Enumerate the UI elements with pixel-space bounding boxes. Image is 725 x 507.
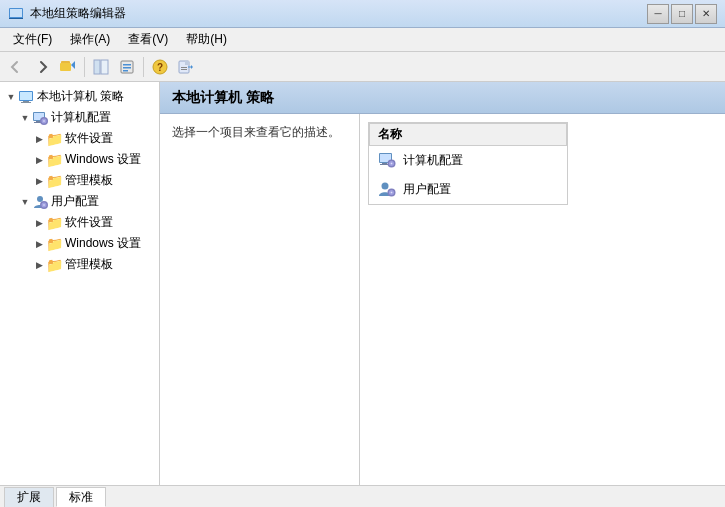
help-button[interactable]: ? xyxy=(148,55,172,79)
items-container: 名称 xyxy=(368,122,568,205)
separator-1 xyxy=(84,57,85,77)
list-item-user-icon xyxy=(377,179,397,199)
svg-rect-6 xyxy=(101,60,108,74)
user-config-expander[interactable]: ▼ xyxy=(18,195,32,209)
list-item-computer-label: 计算机配置 xyxy=(403,152,463,169)
tree-admin-templates-2[interactable]: ▶ 📁 管理模板 xyxy=(0,254,159,275)
svg-rect-2 xyxy=(9,18,23,19)
list-item-computer-icon xyxy=(377,150,397,170)
tree-software-settings-1[interactable]: ▶ 📁 软件设置 xyxy=(0,128,159,149)
minimize-button[interactable]: ─ xyxy=(647,4,669,24)
computer-config-expander[interactable]: ▼ xyxy=(18,111,32,125)
tab-standard[interactable]: 标准 xyxy=(56,487,106,507)
svg-rect-14 xyxy=(181,67,187,68)
user-config-icon xyxy=(32,194,48,210)
svg-rect-9 xyxy=(123,67,131,69)
window-title: 本地组策略编辑器 xyxy=(30,5,647,22)
list-item-user-label: 用户配置 xyxy=(403,181,451,198)
tree-computer-config[interactable]: ▼ 计算机配置 xyxy=(0,107,159,128)
forward-button[interactable] xyxy=(30,55,54,79)
menu-bar: 文件(F) 操作(A) 查看(V) 帮助(H) xyxy=(0,28,725,52)
menu-view[interactable]: 查看(V) xyxy=(119,28,177,51)
computer-config-label: 计算机配置 xyxy=(51,109,111,126)
bottom-tabs: 扩展 标准 xyxy=(0,485,725,507)
at2-expander[interactable]: ▶ xyxy=(32,258,46,272)
tab-expand[interactable]: 扩展 xyxy=(4,487,54,507)
tree-user-config[interactable]: ▼ 用户配置 xyxy=(0,191,159,212)
items-panel: 名称 xyxy=(360,114,725,485)
title-bar: 本地组策略编辑器 ─ □ ✕ xyxy=(0,0,725,28)
svg-rect-5 xyxy=(94,60,100,74)
root-expander[interactable]: ▼ xyxy=(4,90,18,104)
svg-point-27 xyxy=(37,196,43,202)
toolbar: ? xyxy=(0,52,725,82)
folder-icon-6: 📁 xyxy=(46,257,62,273)
svg-rect-20 xyxy=(21,102,31,103)
ss2-expander[interactable]: ▶ xyxy=(32,216,46,230)
folder-icon-1: 📁 xyxy=(46,131,62,147)
folder-icon-3: 📁 xyxy=(46,173,62,189)
show-hide-button[interactable] xyxy=(89,55,113,79)
svg-rect-16 xyxy=(188,66,191,67)
admin-templates-2-label: 管理模板 xyxy=(65,256,113,273)
close-button[interactable]: ✕ xyxy=(695,4,717,24)
svg-rect-15 xyxy=(181,69,187,70)
tree-panel: ▼ 本地计算机 策略 ▼ xyxy=(0,82,160,485)
separator-2 xyxy=(143,57,144,77)
root-computer-icon xyxy=(18,89,34,105)
right-header: 本地计算机 策略 xyxy=(160,82,725,114)
up-button[interactable] xyxy=(56,55,80,79)
admin-templates-1-label: 管理模板 xyxy=(65,172,113,189)
ws2-expander[interactable]: ▶ xyxy=(32,237,46,251)
tree-root[interactable]: ▼ 本地计算机 策略 xyxy=(0,86,159,107)
menu-action[interactable]: 操作(A) xyxy=(61,28,119,51)
svg-rect-8 xyxy=(123,64,131,66)
svg-rect-10 xyxy=(123,70,128,72)
menu-file[interactable]: 文件(F) xyxy=(4,28,61,51)
software-settings-2-label: 软件设置 xyxy=(65,214,113,231)
column-header-name: 名称 xyxy=(369,123,567,146)
root-label: 本地计算机 策略 xyxy=(37,88,124,105)
tree-windows-settings-1[interactable]: ▶ 📁 Windows 设置 xyxy=(0,149,159,170)
list-item-user-config[interactable]: 用户配置 xyxy=(369,175,567,204)
tree-admin-templates-1[interactable]: ▶ 📁 管理模板 xyxy=(0,170,159,191)
title-bar-icon xyxy=(8,6,24,22)
description-text: 选择一个项目来查看它的描述。 xyxy=(172,125,340,139)
software-settings-1-label: 软件设置 xyxy=(65,130,113,147)
ws1-expander[interactable]: ▶ xyxy=(32,153,46,167)
tree-windows-settings-2[interactable]: ▶ 📁 Windows 设置 xyxy=(0,233,159,254)
folder-icon-5: 📁 xyxy=(46,236,62,252)
main-area: ▼ 本地计算机 策略 ▼ xyxy=(0,82,725,485)
windows-settings-2-label: Windows 设置 xyxy=(65,235,141,252)
folder-icon-2: 📁 xyxy=(46,152,62,168)
back-button[interactable] xyxy=(4,55,28,79)
menu-help[interactable]: 帮助(H) xyxy=(177,28,236,51)
svg-point-36 xyxy=(382,183,389,190)
svg-text:?: ? xyxy=(157,62,163,73)
item-list: 计算机配置 xyxy=(369,146,567,204)
export-button[interactable] xyxy=(174,55,198,79)
title-bar-buttons: ─ □ ✕ xyxy=(647,4,717,24)
user-config-label: 用户配置 xyxy=(51,193,99,210)
folder-icon-4: 📁 xyxy=(46,215,62,231)
svg-rect-1 xyxy=(10,9,22,17)
ss1-expander[interactable]: ▶ xyxy=(32,132,46,146)
windows-settings-1-label: Windows 设置 xyxy=(65,151,141,168)
svg-rect-4 xyxy=(60,63,71,71)
svg-rect-18 xyxy=(20,92,32,100)
properties-button[interactable] xyxy=(115,55,139,79)
maximize-button[interactable]: □ xyxy=(671,4,693,24)
right-header-title: 本地计算机 策略 xyxy=(172,89,274,107)
right-panel: 本地计算机 策略 选择一个项目来查看它的描述。 名称 xyxy=(160,82,725,485)
tree-software-settings-2[interactable]: ▶ 📁 软件设置 xyxy=(0,212,159,233)
computer-config-icon xyxy=(32,110,48,126)
at1-expander[interactable]: ▶ xyxy=(32,174,46,188)
right-content: 选择一个项目来查看它的描述。 名称 xyxy=(160,114,725,485)
list-item-computer-config[interactable]: 计算机配置 xyxy=(369,146,567,175)
description-panel: 选择一个项目来查看它的描述。 xyxy=(160,114,360,485)
